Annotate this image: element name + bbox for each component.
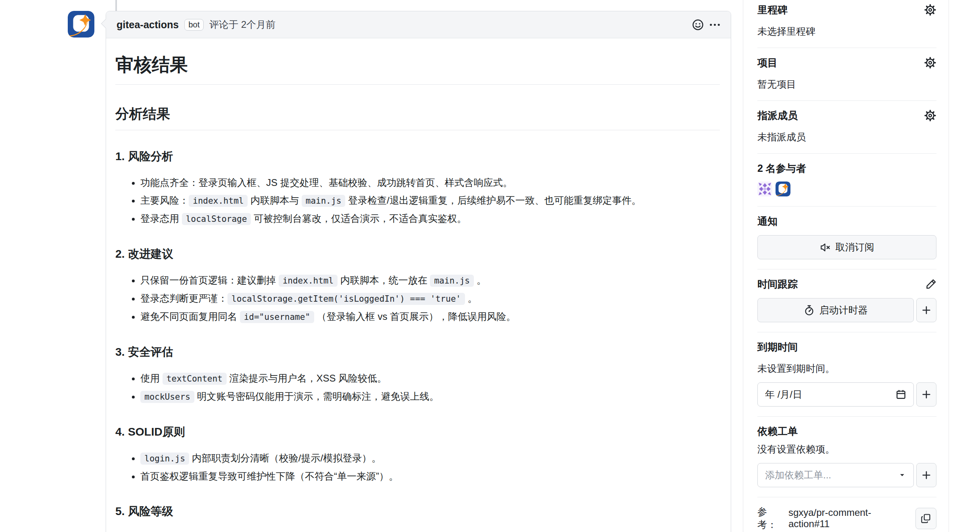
due-date-input-value: 年 /月/日 xyxy=(765,388,802,401)
add-due-date-button[interactable] xyxy=(916,382,936,407)
due-date-input[interactable]: 年 /月/日 xyxy=(757,382,914,407)
inline-code: id="username" xyxy=(240,311,314,323)
comment-title: 审核结果 xyxy=(115,53,720,85)
inline-code: localStorage xyxy=(182,213,251,225)
reference-label: 参考： xyxy=(757,505,786,531)
sidebar-section-reference: 参考： sgxya/pr-comment-action#11 xyxy=(757,497,936,532)
comment-body: 审核结果 分析结果 1. 风险分析功能点齐全：登录页输入框、JS 提交处理、基础… xyxy=(106,38,731,532)
inline-code: index.html xyxy=(279,275,338,287)
dependencies-title: 依赖工单 xyxy=(757,426,798,437)
inline-code: textContent xyxy=(163,373,227,385)
assignees-settings-gear-icon[interactable] xyxy=(924,109,936,122)
list-item: 功能点齐全：登录页输入框、JS 提交处理、基础校验、成功跳转首页、样式含响应式。 xyxy=(140,174,720,192)
list-item: 使用 textContent 渲染提示与用户名，XSS 风险较低。 xyxy=(140,369,720,388)
inline-code: login.js xyxy=(140,453,189,465)
inline-code: main.js xyxy=(430,275,474,287)
list-item: 首页鉴权逻辑重复导致可维护性下降（不符合“单一来源”）。 xyxy=(140,467,720,485)
list-item: 登录态用 localStorage 可被控制台篡改，仅适合演示，不适合真实鉴权。 xyxy=(140,210,720,228)
inline-code: mockUsers xyxy=(140,391,194,403)
section-heading: 1. 风险分析 xyxy=(115,149,720,164)
comment-author-avatar[interactable] xyxy=(68,11,94,38)
comment-menu-icon[interactable] xyxy=(709,19,720,30)
start-timer-label: 启动计时器 xyxy=(819,304,868,317)
time-tracking-controls: 启动计时器 xyxy=(757,298,936,322)
calendar-icon[interactable] xyxy=(896,389,906,400)
section-list: 只保留一份首页逻辑：建议删掉 index.html 内联脚本，统一放在 main… xyxy=(115,271,720,326)
sidebar-section-notifications: 通知 取消订阅 xyxy=(757,207,936,269)
plus-icon xyxy=(922,470,931,480)
sidebar-section-milestone: 里程碑 未选择里程碑 xyxy=(757,0,936,48)
project-empty-text: 暂无项目 xyxy=(757,78,936,91)
sidebar-section-time-tracking: 时间跟踪 启动计时器 xyxy=(757,269,936,332)
section-heading: 3. 安全评估 xyxy=(115,344,720,360)
add-dependency-select[interactable]: 添加依赖工单... xyxy=(757,463,914,487)
section-list: 功能点齐全：登录页输入框、JS 提交处理、基础校验、成功跳转首页、样式含响应式。… xyxy=(115,174,720,228)
plus-icon xyxy=(922,305,931,315)
reference-value: sgxya/pr-comment-action#11 xyxy=(788,507,911,530)
dependencies-controls: 添加依赖工单... xyxy=(757,463,936,487)
due-date-controls: 年 /月/日 xyxy=(757,382,936,407)
sidebar-section-dependencies: 依赖工单 没有设置依赖项。 添加依赖工单... xyxy=(757,417,936,497)
comment-timestamp[interactable]: 评论于 2个月前 xyxy=(209,18,275,31)
unsubscribe-button[interactable]: 取消订阅 xyxy=(757,235,936,259)
notifications-title: 通知 xyxy=(757,215,778,227)
list-item: 避免不同页面复用同名 id="username" （登录输入框 vs 首页展示）… xyxy=(140,308,720,326)
sidebar-section-participants: 2 名参与者 xyxy=(757,154,936,207)
participant-avatar-bot[interactable] xyxy=(776,182,790,196)
time-tracking-title: 时间跟踪 xyxy=(757,277,798,291)
plus-icon xyxy=(922,390,931,399)
comment-author-name[interactable]: gitea-actions xyxy=(117,19,179,31)
list-item: 只保留一份首页逻辑：建议删掉 index.html 内联脚本，统一放在 main… xyxy=(140,271,720,290)
participant-avatar-user[interactable] xyxy=(757,182,772,196)
add-dependency-button[interactable] xyxy=(916,463,936,487)
milestone-title: 里程碑 xyxy=(757,3,788,17)
section-heading: 2. 改进建议 xyxy=(115,246,720,262)
bot-badge: bot xyxy=(184,19,204,31)
unsubscribe-label: 取消订阅 xyxy=(836,241,874,254)
start-timer-button[interactable]: 启动计时器 xyxy=(757,298,914,322)
chevron-down-icon xyxy=(898,471,906,479)
list-item: 主要风险：index.html 内联脚本与 main.js 登录检查/退出逻辑重… xyxy=(140,192,720,210)
inline-code: index.html xyxy=(189,195,248,207)
comment-header: gitea-actions bot 评论于 2个月前 xyxy=(106,11,731,38)
due-date-title: 到期时间 xyxy=(757,341,798,353)
section-heading: 5. 风险等级 xyxy=(115,504,720,519)
sidebar-section-assignees: 指派成员 未指派成员 xyxy=(757,101,936,154)
participants-avatars xyxy=(757,182,936,196)
mute-speaker-icon xyxy=(820,242,831,253)
copy-icon xyxy=(921,513,931,524)
sidebar-section-project: 项目 暂无项目 xyxy=(757,48,936,101)
list-item: 登录态判断更严谨：localStorage.getItem('isLoggedI… xyxy=(140,290,720,308)
project-title: 项目 xyxy=(757,56,778,69)
dependencies-empty-text: 没有设置依赖项。 xyxy=(757,443,936,456)
participants-title: 2 名参与者 xyxy=(757,163,806,174)
section-list: 3 (中等风险)：演示可用；关键在于去重与明确“非真实鉴权”。 xyxy=(115,529,720,532)
comment-sections: 1. 风险分析功能点齐全：登录页输入框、JS 提交处理、基础校验、成功跳转首页、… xyxy=(115,149,720,532)
inline-code: main.js xyxy=(302,195,346,207)
section-list: login.js 内部职责划分清晰（校验/提示/模拟登录）。首页鉴权逻辑重复导致… xyxy=(115,449,720,485)
assignees-empty-text: 未指派成员 xyxy=(757,131,936,144)
gitea-actions-logo-icon xyxy=(68,11,94,38)
page-right-border xyxy=(949,0,949,532)
list-item: 3 (中等风险)：演示可用；关键在于去重与明确“非真实鉴权”。 xyxy=(140,529,720,532)
comment-subtitle: 分析结果 xyxy=(115,105,720,130)
list-item: login.js 内部职责划分清晰（校验/提示/模拟登录）。 xyxy=(140,449,720,467)
add-time-button[interactable] xyxy=(916,298,936,322)
section-list: 使用 textContent 渲染提示与用户名，XSS 风险较低。mockUse… xyxy=(115,369,720,406)
comment-card: gitea-actions bot 评论于 2个月前 审核结果 分析结果 1. … xyxy=(106,11,731,532)
emoji-reaction-icon[interactable] xyxy=(692,19,704,31)
project-settings-gear-icon[interactable] xyxy=(924,56,936,69)
gitea-actions-logo-icon xyxy=(776,182,790,196)
stopwatch-icon xyxy=(804,305,815,316)
add-dependency-placeholder: 添加依赖工单... xyxy=(765,469,831,482)
edit-time-pencil-icon[interactable] xyxy=(926,279,936,290)
due-date-empty-text: 未设置到期时间。 xyxy=(757,362,936,375)
milestone-settings-gear-icon[interactable] xyxy=(924,4,936,16)
sidebar-divider xyxy=(743,0,743,532)
sidebar-section-due-date: 到期时间 未设置到期时间。 年 /月/日 xyxy=(757,332,936,417)
issue-sidebar: 里程碑 未选择里程碑 项目 暂无项目 指派成员 未指派成员 2 名参与者 xyxy=(757,0,936,532)
inline-code: localStorage.getItem('isLoggedIn') === '… xyxy=(227,293,465,305)
identicon-avatar xyxy=(757,182,772,196)
copy-reference-button[interactable] xyxy=(915,508,936,529)
assignees-title: 指派成员 xyxy=(757,109,798,122)
